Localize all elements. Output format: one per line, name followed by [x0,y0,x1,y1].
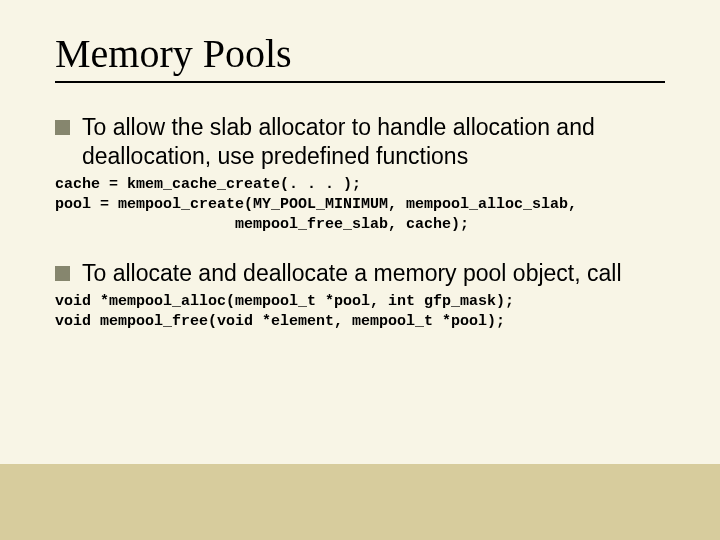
slide-body: To allow the slab allocator to handle al… [55,113,665,333]
bullet-square-icon [55,266,70,281]
bullet-item: To allow the slab allocator to handle al… [55,113,665,171]
bullet-text: To allow the slab allocator to handle al… [82,113,665,171]
title-underline [55,81,665,83]
code-block: cache = kmem_cache_create(. . . ); pool … [55,175,665,236]
bullet-item: To allocate and deallocate a memory pool… [55,259,665,288]
bullet-square-icon [55,120,70,135]
slide-title: Memory Pools [55,30,665,77]
bullet-text: To allocate and deallocate a memory pool… [82,259,622,288]
code-block: void *mempool_alloc(mempool_t *pool, int… [55,292,665,333]
slide: Memory Pools To allow the slab allocator… [0,0,720,540]
